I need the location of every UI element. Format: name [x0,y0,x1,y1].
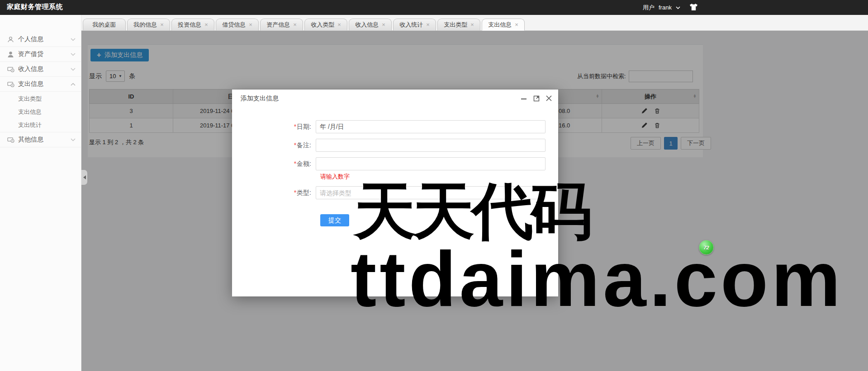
close-icon[interactable] [546,95,552,102]
sidebar-subitem-expense-detail[interactable]: 支出信息 [0,105,81,118]
sidebar: 个人信息资产借贷收入信息支出信息支出类型支出信息支出统计其他信息 [0,15,81,371]
collapse-left-icon [83,175,86,179]
tab-4[interactable]: 资产信息× [260,19,303,31]
form-row-note: *备注: [232,139,545,152]
minimize-icon[interactable] [521,95,527,102]
username: frank [659,4,672,11]
field-label-amount: *金额: [232,160,316,168]
amount-error-text: 请输入数字 [320,173,350,181]
tab-label: 收入统计 [399,21,423,29]
chevron-down-icon [71,53,76,56]
tab-0[interactable]: 我的桌面 [83,19,126,31]
modal-tools [521,95,552,102]
sidebar-item-label: 个人信息 [18,35,71,43]
chevron-up-icon [71,83,76,86]
submit-button[interactable]: 提交 [320,214,349,226]
tab-label: 投资信息 [178,21,201,29]
tab-label: 支出类型 [444,21,467,29]
field-label-date: *日期: [232,123,316,131]
tab-label: 借贷信息 [222,21,246,29]
tab-label: 收入信息 [355,21,379,29]
tab-close-icon[interactable]: × [426,22,430,28]
sidebar-subitem-expense-type[interactable]: 支出类型 [0,92,81,105]
required-asterisk: * [294,141,296,149]
tab-close-icon[interactable]: × [293,22,297,28]
sidebar-item-label: 资产借贷 [18,50,71,58]
tab-8[interactable]: 支出类型× [437,19,480,31]
tab-label: 收入类型 [311,21,334,29]
tab-3[interactable]: 借贷信息× [216,19,259,31]
chevron-down-icon [71,138,76,141]
form-row-date: *日期: [232,120,545,133]
sidebar-collapse-handle[interactable] [81,170,87,185]
required-asterisk: * [294,189,296,196]
form-row-amount: *金额: [232,157,545,170]
money-icon [7,137,17,143]
add-expense-modal: 添加支出信息 *日期:*备注:*金额:*类型: 请输入数字 提交 [232,89,558,296]
note-field[interactable] [316,139,545,152]
sidebar-item-personal-info[interactable]: 个人信息 [0,32,81,47]
field-label-note: *备注: [232,141,316,150]
chevron-down-icon [676,4,680,11]
sidebar-item-income-info[interactable]: 收入信息 [0,62,81,77]
floating-green-badge[interactable]: 72 [699,240,714,255]
user-menu[interactable]: 用户 frank [643,0,680,15]
amount-field[interactable] [316,157,545,170]
modal-header: 添加支出信息 [232,89,558,108]
tab-close-icon[interactable]: × [515,22,518,28]
tab-close-icon[interactable]: × [470,22,474,28]
tab-5[interactable]: 收入类型× [304,19,347,31]
chevron-down-icon [71,68,76,71]
tab-6[interactable]: 收入信息× [349,19,392,31]
tab-9[interactable]: 支出信息× [482,19,525,31]
field-label-type: *类型: [232,189,316,197]
type-field[interactable] [316,186,545,199]
tab-label: 我的桌面 [93,21,116,29]
required-asterisk: * [294,123,296,130]
required-asterisk: * [294,160,296,167]
tab-label: 资产信息 [266,21,290,29]
tab-close-icon[interactable]: × [249,22,252,28]
modal-title: 添加支出信息 [241,94,279,103]
app-title: 家庭财务管理系统 [7,3,63,11]
tab-close-icon[interactable]: × [337,22,341,28]
sidebar-item-other-info[interactable]: 其他信息 [0,132,81,147]
money-icon [7,66,17,72]
user-filled-icon [7,51,17,58]
sidebar-menu: 个人信息资产借贷收入信息支出信息支出类型支出信息支出统计其他信息 [0,32,81,147]
tab-label: 支出信息 [488,21,512,29]
topbar: 家庭财务管理系统 用户 frank [0,0,868,15]
tab-close-icon[interactable]: × [160,22,164,28]
tab-2[interactable]: 投资信息× [171,19,214,31]
sidebar-item-label: 其他信息 [18,136,71,144]
sidebar-item-label: 收入信息 [18,65,71,73]
form-row-type: *类型: [232,186,545,199]
date-field[interactable] [316,120,545,133]
sidebar-item-expense-info[interactable]: 支出信息 [0,77,81,92]
user-label: 用户 [643,4,655,12]
sidebar-subitem-expense-stats[interactable]: 支出统计 [0,118,81,131]
tabs: 我的桌面我的信息×投资信息×借贷信息×资产信息×收入类型×收入信息×收入统计×支… [83,19,525,31]
tab-close-icon[interactable]: × [382,22,385,28]
tabstrip: 我的桌面我的信息×投资信息×借贷信息×资产信息×收入类型×收入信息×收入统计×支… [81,15,868,31]
tab-label: 我的信息 [133,21,157,29]
sidebar-submenu-expense-info: 支出类型支出信息支出统计 [0,92,81,132]
maximize-icon[interactable] [533,95,540,102]
tab-7[interactable]: 收入统计× [393,19,436,31]
user-outline-icon [7,36,17,43]
theme-tshirt-icon[interactable] [689,3,698,13]
sidebar-item-asset-loan[interactable]: 资产借贷 [0,47,81,62]
app-root: 家庭财务管理系统 用户 frank 个人信息资产借贷收入信息支出信息支出类型支出… [0,0,868,371]
money-icon [7,81,17,87]
sidebar-item-label: 支出信息 [18,80,71,88]
tab-close-icon[interactable]: × [204,22,208,28]
chevron-down-icon [71,38,76,41]
tab-1[interactable]: 我的信息× [127,19,170,31]
